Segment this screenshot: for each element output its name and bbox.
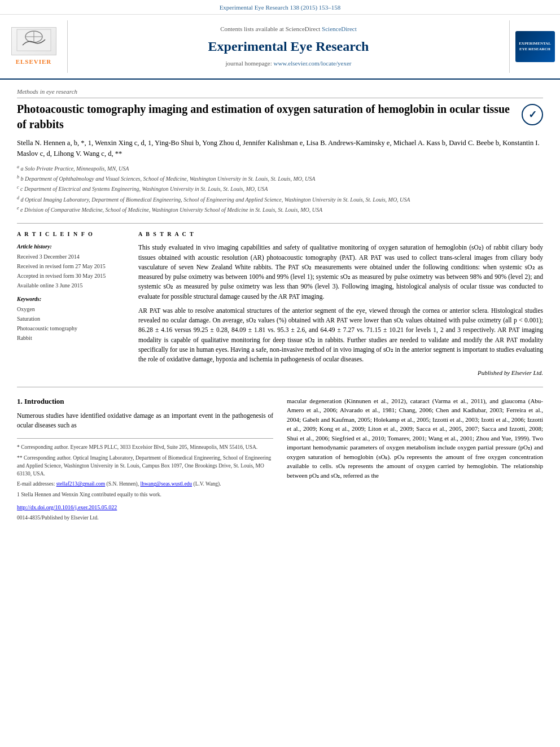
journal-citation: Experimental Eye Research 138 (2015) 153… — [220, 4, 341, 11]
article-title: Photoacoustic tomography imaging and est… — [17, 102, 510, 132]
abstract-panel: A B S T R A C T This study evaluated in … — [138, 230, 543, 377]
intro-paragraph: Numerous studies have identified oxidati… — [17, 411, 273, 431]
accepted-date: Accepted in revised form 30 May 2015 — [17, 272, 127, 280]
issn-line: 0014-4835/Published by Elsevier Ltd. — [17, 514, 273, 522]
keyword-rabbit: Rabbit — [17, 334, 127, 342]
doi-line: http://dx.doi.org/10.1016/j.exer.2015.05… — [17, 503, 273, 512]
available-date: Available online 3 June 2015 — [17, 282, 127, 290]
journal-logo-image: EXPERIMENTAL EYE RESEARCH — [515, 31, 555, 62]
received-date: Received 3 December 2014 — [17, 253, 127, 261]
doi-link[interactable]: http://dx.doi.org/10.1016/j.exer.2015.05… — [17, 504, 117, 510]
elsevier-logo-image — [11, 27, 56, 55]
corresponding-note-1: * Corresponding author. Eyecare MPLS PLL… — [17, 443, 273, 451]
revised-date: Received in revised form 27 May 2015 — [17, 263, 127, 270]
crossmark-badge[interactable]: ✓ — [522, 104, 543, 125]
journal-homepage-link[interactable]: www.elsevier.com/locate/yexer — [273, 60, 351, 67]
top-citation-bar: Experimental Eye Research 138 (2015) 153… — [0, 0, 560, 15]
keyword-pat: Photoacoustic tomography — [17, 325, 127, 333]
keywords-section: Keywords: Oxygen Saturation Photoacousti… — [17, 295, 127, 342]
journal-title-section: Contents lists available at ScienceDirec… — [68, 20, 509, 72]
affiliation-b: b b Department of Ophthalmology and Visu… — [17, 174, 543, 183]
affiliation-a: a a Solo Private Practice, Minneapolis, … — [17, 164, 543, 173]
article-title-block: Photoacoustic tomography imaging and est… — [17, 102, 510, 138]
elsevier-logo-section: ELSEVIER — [0, 20, 68, 72]
affiliation-e: e e Division of Comparative Medicine, Sc… — [17, 205, 543, 214]
section-divider — [17, 387, 543, 387]
email-note: E-mail addresses: stellaf213@gmail.com (… — [17, 480, 273, 488]
journal-homepage-line: journal homepage: www.elsevier.com/locat… — [226, 59, 352, 68]
sciencedirect-link[interactable]: ScienceDirect — [322, 25, 357, 32]
affiliations-section: a a Solo Private Practice, Minneapolis, … — [17, 164, 543, 215]
elsevier-wordmark: ELSEVIER — [16, 58, 52, 66]
journal-header: ELSEVIER Contents lists available at Sci… — [0, 15, 560, 79]
keyword-saturation: Saturation — [17, 315, 127, 323]
article-info-panel: A R T I C L E I N F O Article history: R… — [17, 230, 127, 377]
abstract-text: This study evaluated in vivo imaging cap… — [138, 243, 543, 364]
keyword-oxygen: Oxygen — [17, 305, 127, 313]
contents-availability: Contents lists available at ScienceDirec… — [220, 25, 357, 33]
article-info-abstract: A R T I C L E I N F O Article history: R… — [17, 223, 543, 377]
keywords-heading: Keywords: — [17, 295, 127, 303]
affiliation-c: c c Department of Electrical and Systems… — [17, 184, 543, 193]
history-heading: Article history: — [17, 243, 127, 251]
abstract-heading: A B S T R A C T — [138, 230, 543, 238]
article-title-row: Photoacoustic tomography imaging and est… — [17, 102, 543, 138]
affiliation-d: d d Optical Imaging Laboratory, Departme… — [17, 195, 543, 204]
main-content: Methods in eye research Photoacoustic to… — [0, 88, 560, 524]
abstract-paragraph-1: This study evaluated in vivo imaging cap… — [138, 243, 543, 302]
abstract-paragraph-2: AR PAT was able to resolve anatomical st… — [138, 306, 543, 365]
email-link-2[interactable]: lhwang@seas.wustl.edu — [141, 481, 193, 487]
article-section-label: Methods in eye research — [17, 88, 543, 98]
corresponding-note-2: ** Corresponding author. Optical Imaging… — [17, 454, 273, 478]
right-column-text: macular degeneration (Kinnunen et al., 2… — [287, 396, 543, 480]
authors-line: Stella N. Hennen a, b, *, 1, Wenxin Xing… — [17, 138, 543, 159]
right-column: macular degeneration (Kinnunen et al., 2… — [287, 396, 543, 524]
journal-name: Experimental Eye Research — [208, 37, 369, 56]
introduction-section: 1. Introduction Numerous studies have id… — [17, 396, 273, 524]
article-info-heading: A R T I C L E I N F O — [17, 230, 127, 238]
intro-heading: 1. Introduction — [17, 396, 273, 407]
journal-logo-section: EXPERIMENTAL EYE RESEARCH — [509, 20, 560, 72]
email-link-1[interactable]: stellaf213@gmail.com — [56, 481, 106, 487]
equal-contribution-note: 1 Stella Hennen and Wenxin Xing contribu… — [17, 491, 273, 499]
footnotes: * Corresponding author. Eyecare MPLS PLL… — [17, 438, 273, 522]
body-content: 1. Introduction Numerous studies have id… — [17, 396, 543, 524]
published-line: Published by Elsevier Ltd. — [138, 369, 543, 377]
